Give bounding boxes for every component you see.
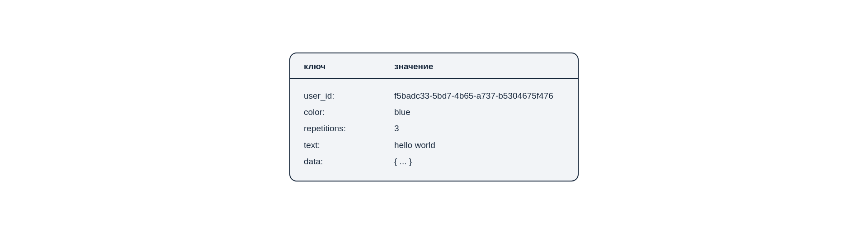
table-header-row: ключ значение [290,53,578,79]
table-row: repetitions: 3 [304,120,564,137]
table-row: data: { ... } [304,153,564,170]
table-row: color: blue [304,104,564,120]
row-value: hello world [394,137,564,153]
row-value: { ... } [394,153,564,170]
row-value: 3 [394,120,564,137]
header-value: значение [394,62,564,72]
row-key: repetitions: [304,120,394,137]
table-row: user_id: f5badc33-5bd7-4b65-a737-b530467… [304,88,564,104]
row-key: color: [304,104,394,120]
row-key: user_id: [304,88,394,104]
row-key: data: [304,153,394,170]
table-body: user_id: f5badc33-5bd7-4b65-a737-b530467… [290,79,578,180]
row-value: f5badc33-5bd7-4b65-a737-b5304675f476 [394,88,564,104]
table-row: text: hello world [304,137,564,153]
header-key: ключ [304,62,394,72]
row-key: text: [304,137,394,153]
row-value: blue [394,104,564,120]
key-value-table: ключ значение user_id: f5badc33-5bd7-4b6… [289,53,579,181]
